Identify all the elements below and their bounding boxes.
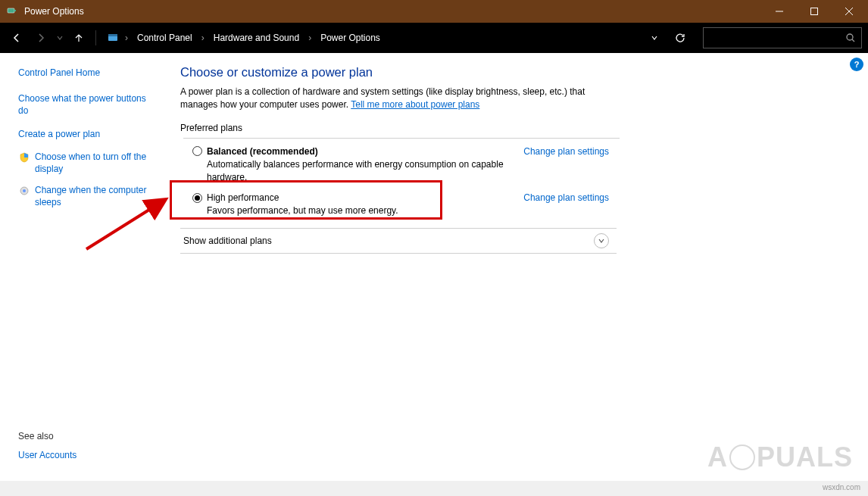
svg-point-11 [23, 189, 26, 192]
shield-icon [18, 185, 30, 197]
search-icon [840, 33, 861, 43]
change-settings-balanced[interactable]: Change plan settings [523, 146, 609, 157]
history-dropdown[interactable] [55, 34, 65, 42]
plan-high-desc: Favors performance, but may use more ene… [207, 204, 508, 217]
forward-button[interactable] [30, 27, 52, 48]
chevron-down-icon[interactable] [594, 233, 609, 248]
source-label: wsxdn.com [823, 483, 860, 491]
svg-rect-0 [8, 8, 14, 13]
content-area: ? Control Panel Home Choose what the pow… [0, 53, 868, 481]
svg-line-9 [852, 39, 854, 42]
plan-high-performance: High performance Favors performance, but… [180, 188, 617, 222]
breadcrumb-power[interactable]: Power Options [314, 30, 386, 46]
preferred-plans-label: Preferred plans [180, 123, 850, 133]
learn-more-link[interactable]: Tell me more about power plans [351, 99, 479, 110]
breadcrumb-control-panel[interactable]: Control Panel [131, 30, 198, 46]
chevron-right-icon[interactable]: › [200, 33, 206, 43]
shield-icon [18, 151, 30, 164]
watermark: APUALS [707, 441, 853, 473]
titlebar: Power Options [0, 0, 868, 23]
back-button[interactable] [6, 27, 27, 48]
sidebar: Control Panel Home Choose what the power… [0, 53, 162, 481]
divider [183, 138, 620, 139]
search-box[interactable] [703, 27, 862, 48]
close-button[interactable] [832, 0, 866, 23]
page-heading: Choose or customize a power plan [180, 65, 850, 80]
nav-separator [95, 30, 96, 45]
radio-balanced[interactable] [192, 146, 202, 156]
navigation-bar: › Control Panel › Hardware and Sound › P… [0, 23, 868, 53]
main-panel: Choose or customize a power plan A power… [162, 53, 868, 481]
change-settings-high[interactable]: Change plan settings [523, 192, 609, 203]
up-button[interactable] [68, 27, 89, 48]
additional-plans-label: Show additional plans [183, 236, 594, 246]
svg-rect-3 [811, 8, 818, 15]
page-description: A power plan is a collection of hardware… [180, 86, 620, 112]
refresh-button[interactable] [668, 27, 692, 48]
maximize-button[interactable] [797, 0, 832, 23]
address-bar[interactable]: › Control Panel › Hardware and Sound › P… [102, 27, 642, 48]
sidebar-sleeps-link[interactable]: Change when the computer sleeps [35, 184, 153, 208]
svg-point-8 [847, 34, 853, 40]
address-dropdown[interactable] [645, 34, 663, 42]
see-also-label: See also [18, 431, 153, 441]
control-panel-icon [105, 30, 120, 45]
chevron-right-icon[interactable]: › [123, 33, 130, 43]
window-title: Power Options [24, 6, 762, 17]
sidebar-power-buttons-link[interactable]: Choose what the power buttons do [18, 92, 153, 117]
breadcrumb-hardware[interactable]: Hardware and Sound [208, 30, 305, 46]
plan-balanced-desc: Automatically balances performance with … [207, 158, 508, 184]
plan-balanced: Balanced (recommended) Automatically bal… [180, 142, 617, 189]
sidebar-display-link[interactable]: Choose when to turn off the display [35, 151, 153, 175]
minimize-button[interactable] [762, 0, 797, 23]
chevron-right-icon[interactable]: › [307, 33, 313, 43]
show-additional-plans[interactable]: Show additional plans [180, 228, 617, 254]
sidebar-create-plan-link[interactable]: Create a power plan [18, 128, 153, 140]
window: Power Options › Control Panel › Hardware… [0, 0, 868, 481]
svg-rect-1 [14, 10, 16, 11]
control-panel-home-link[interactable]: Control Panel Home [18, 67, 153, 79]
svg-rect-7 [108, 34, 117, 36]
radio-high-performance[interactable] [192, 193, 202, 203]
plan-high-name[interactable]: High performance [207, 192, 279, 203]
plan-balanced-name[interactable]: Balanced (recommended) [207, 146, 318, 157]
power-options-icon [6, 5, 18, 17]
sidebar-user-accounts-link[interactable]: User Accounts [18, 449, 153, 461]
